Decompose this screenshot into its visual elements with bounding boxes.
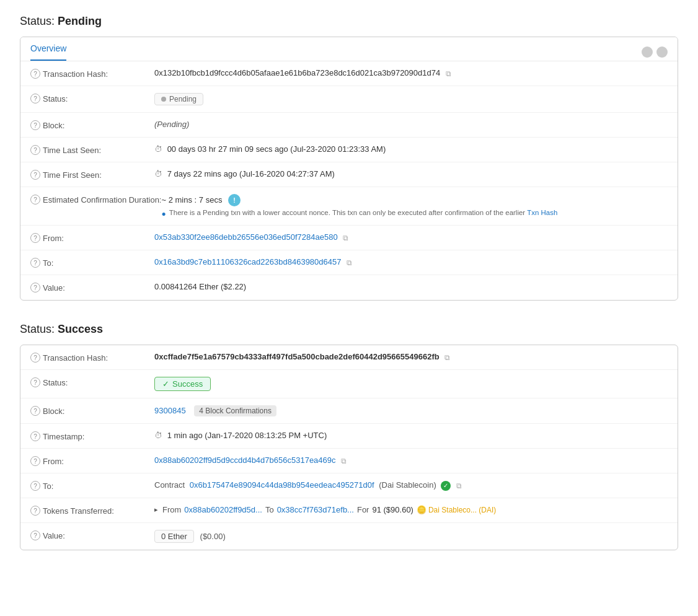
pending-tx-hash-label: ? Transaction Hash:	[30, 68, 154, 79]
success-block-value: 9300845 4 Block Confirmations	[154, 405, 668, 416]
overview-tab[interactable]: Overview	[30, 43, 66, 61]
pending-time-last-row: ? Time Last Seen: ⏱ 00 days 03 hr 27 min…	[20, 138, 678, 162]
token-to-link[interactable]: 0x38cc7f763d71efb...	[277, 505, 354, 514]
tab-icons	[642, 46, 668, 58]
clock-icon: ⏱	[154, 144, 162, 154]
success-to-value: Contract 0x6b175474e89094c44da98b954eede…	[154, 480, 668, 491]
success-from-row: ? From: 0x88ab60202ff9d5d9ccdd4b4d7b656c…	[20, 449, 678, 473]
clock-icon: ⏱	[154, 169, 162, 178]
success-card: ? Transaction Hash: 0xcffade7f5e1a67579c…	[20, 345, 678, 550]
success-badge: ✓ Success	[154, 377, 211, 391]
token-from-link[interactable]: 0x88ab60202ff9d5d...	[184, 505, 262, 514]
pending-est-conf-value: ~ 2 mins : 7 secs ! ● There is a Pending…	[161, 194, 668, 218]
success-timestamp-row: ? Timestamp: ⏱ 1 min ago (Jan-17-2020 08…	[20, 424, 678, 449]
pending-time-last-value: ⏱ 00 days 03 hr 27 min 09 secs ago (Jul-…	[154, 144, 668, 154]
pending-badge: Pending	[154, 93, 203, 105]
clock-icon: ⏱	[154, 431, 162, 440]
pending-status-row: ? Status: Pending	[20, 86, 678, 113]
block-number-link[interactable]: 9300845	[154, 406, 186, 415]
pending-tx-hash-row: ? Transaction Hash: 0x132b10fbcb1d9fccc4…	[20, 61, 678, 86]
pending-block-row: ? Block: (Pending)	[20, 113, 678, 138]
pending-section: Status: Pending Overview ? Transaction H…	[20, 15, 678, 301]
verified-icon: ✓	[441, 481, 451, 491]
success-to-copy-icon[interactable]: ⧉	[456, 482, 462, 490]
question-icon: ?	[30, 481, 40, 491]
pending-title: Status: Pending	[20, 15, 678, 28]
block-confirmations-badge: 4 Block Confirmations	[194, 405, 276, 416]
dai-token-link[interactable]: Dai Stableco... (DAI)	[428, 506, 496, 514]
success-timestamp-value: ⏱ 1 min ago (Jan-17-2020 08:13:25 PM +UT…	[154, 431, 668, 440]
success-title: Status: Success	[20, 323, 678, 336]
success-timestamp-label: ? Timestamp:	[30, 431, 154, 441]
success-block-label: ? Block:	[30, 405, 154, 416]
success-tx-copy-icon[interactable]: ⧉	[444, 353, 450, 362]
success-title-bold: Success	[58, 323, 103, 335]
pending-value-row: ? Value: 0.00841264 Ether ($2.22)	[20, 275, 678, 300]
pending-to-value: 0x16a3bd9c7eb11106326cad2263bd8463980d64…	[154, 257, 668, 267]
question-icon: ?	[30, 456, 40, 466]
question-icon: ?	[30, 258, 40, 268]
tab-bar: Overview	[20, 37, 678, 61]
pending-est-conf-label: ? Estimated Confirmation Duration:	[30, 194, 161, 205]
success-check-icon: ✓	[162, 379, 169, 389]
from-copy-icon[interactable]: ⧉	[343, 234, 348, 242]
pending-tx-copy-icon[interactable]: ⧉	[446, 69, 451, 78]
success-value-label: ? Value:	[30, 530, 154, 540]
pending-block-value: (Pending)	[154, 120, 668, 129]
pending-dot	[161, 97, 166, 102]
success-to-label: ? To:	[30, 480, 154, 491]
question-icon: ?	[30, 377, 40, 387]
pending-value-value: 0.00841264 Ether ($2.22)	[154, 282, 668, 291]
txn-hash-link[interactable]: Txn Hash	[527, 209, 557, 216]
question-icon: ?	[30, 530, 40, 540]
pending-est-conf-row: ? Estimated Confirmation Duration: ~ 2 m…	[20, 187, 678, 226]
pending-time-first-value: ⏱ 7 days 22 mins ago (Jul-16-2020 04:27:…	[154, 169, 668, 178]
dai-badge: 🪙 Dai Stableco... (DAI)	[417, 505, 496, 514]
pending-title-bold: Pending	[58, 15, 102, 27]
token-arrow: ▸	[154, 506, 158, 514]
question-icon: ?	[30, 195, 40, 205]
success-tokens-label: ? Tokens Transferred:	[30, 505, 154, 516]
pending-info-note: ● There is a Pending txn with a lower ac…	[161, 209, 668, 218]
success-block-row: ? Block: 9300845 4 Block Confirmations	[20, 398, 678, 424]
pending-status-label: ? Status:	[30, 93, 154, 103]
tab-icon-2	[656, 46, 668, 58]
pending-from-value: 0x53ab330f2ee86debb26556e036ed50f7284ae5…	[154, 232, 668, 242]
question-icon: ?	[30, 283, 40, 293]
success-from-label: ? From:	[30, 455, 154, 466]
success-to-contract-link[interactable]: 0x6b175474e89094c44da98b954eedeac495271d…	[190, 480, 374, 490]
pending-card: Overview ? Transaction Hash: 0x132b10fbc…	[20, 37, 678, 301]
pending-from-link[interactable]: 0x53ab330f2ee86debb26556e036ed50f7284ae5…	[154, 232, 338, 242]
pending-block-label: ? Block:	[30, 120, 154, 130]
success-status-label: ? Status:	[30, 377, 154, 387]
to-copy-icon[interactable]: ⧉	[347, 258, 352, 267]
success-value-value: 0 Ether ($0.00)	[154, 530, 668, 543]
question-icon: ?	[30, 353, 40, 363]
question-icon: ?	[30, 170, 40, 180]
question-icon: ?	[30, 69, 40, 79]
question-icon: ?	[30, 120, 40, 130]
success-status-row: ? Status: ✓ Success	[20, 370, 678, 398]
pending-from-label: ? From:	[30, 232, 154, 243]
confirmation-btn[interactable]: !	[228, 194, 241, 206]
pending-status-value: Pending	[154, 93, 668, 105]
success-tokens-row: ? Tokens Transferred: ▸ From 0x88ab60202…	[20, 498, 678, 523]
success-status-value: ✓ Success	[154, 377, 668, 391]
question-icon: ?	[30, 431, 40, 441]
tokens-content: ▸ From 0x88ab60202ff9d5d... To 0x38cc7f7…	[154, 505, 668, 514]
pending-tx-hash-value: 0x132b10fbcb1d9fccc4d6b05afaae1e61b6ba72…	[154, 68, 668, 78]
success-section: Status: Success ? Transaction Hash: 0xcf…	[20, 323, 678, 550]
success-tx-hash-value: 0xcffade7f5e1a67579cb4333aff497fd5a500cb…	[154, 352, 668, 362]
success-tx-hash-row: ? Transaction Hash: 0xcffade7f5e1a67579c…	[20, 345, 678, 370]
success-tx-hash-label: ? Transaction Hash:	[30, 352, 154, 363]
success-from-copy-icon[interactable]: ⧉	[341, 457, 347, 465]
dai-icon: 🪙	[417, 505, 426, 514]
question-icon: ?	[30, 406, 40, 416]
question-icon: ?	[30, 506, 40, 516]
success-from-value: 0x88ab60202ff9d5d9ccdd4b4d7b656c5317ea46…	[154, 455, 668, 465]
pending-to-link[interactable]: 0x16a3bd9c7eb11106326cad2263bd8463980d64…	[154, 257, 341, 266]
success-from-link[interactable]: 0x88ab60202ff9d5d9ccdd4b4d7b656c5317ea46…	[154, 455, 336, 465]
pending-time-first-row: ? Time First Seen: ⏱ 7 days 22 mins ago …	[20, 162, 678, 187]
success-to-row: ? To: Contract 0x6b175474e89094c44da98b9…	[20, 473, 678, 498]
pending-value-label: ? Value:	[30, 282, 154, 293]
